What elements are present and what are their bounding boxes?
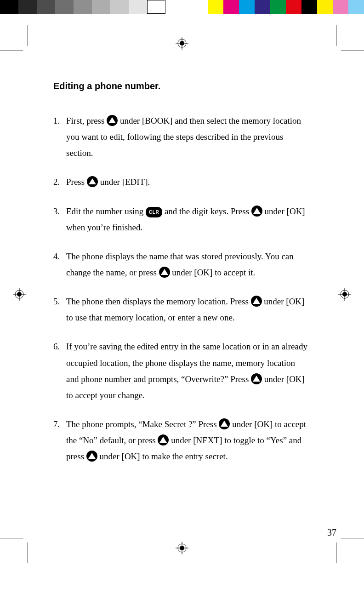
crop-mark (28, 543, 28, 563)
step-number: 1. (53, 113, 60, 129)
crop-mark (341, 538, 364, 538)
swatch-col-0 (208, 0, 223, 14)
swatch-grey-3 (55, 0, 74, 14)
step-text: under [OK] to accept it. (170, 268, 256, 277)
swatch-grey-7 (129, 0, 147, 14)
step-text: Edit the number using (66, 206, 146, 216)
step-5: 5. The phone then displays the memory lo… (53, 293, 310, 326)
step-number: 2. (53, 174, 60, 190)
crop-mark (0, 51, 23, 51)
crop-mark (336, 25, 336, 46)
crop-mark (336, 543, 336, 563)
registration-mark-icon (338, 288, 351, 301)
step-number: 4. (53, 248, 60, 264)
step-7: 7. The phone prompts, “Make Secret ?” Pr… (53, 416, 310, 464)
step-number: 3. (53, 203, 60, 219)
section-heading: Editing a phone number. (53, 81, 310, 91)
up-key-icon (251, 373, 262, 384)
step-number: 7. (53, 416, 60, 432)
up-key-icon (158, 434, 169, 446)
step-number: 5. (53, 293, 60, 309)
crop-mark (28, 25, 28, 46)
step-text: under [EDIT]. (98, 177, 150, 187)
step-text: The phone then displays the memory locat… (66, 297, 251, 306)
step-text: under [OK] to make the entry secret. (97, 451, 228, 461)
up-key-icon (107, 115, 118, 126)
up-key-icon (251, 296, 262, 307)
step-1: 1. First, press under [BOOK] and then se… (53, 113, 310, 161)
crop-mark (341, 51, 364, 51)
registration-mark-icon (176, 37, 188, 50)
swatch-col-6 (301, 0, 317, 14)
step-text: and the digit keys. Press (162, 206, 251, 216)
page-content: Editing a phone number. 1. First, press … (53, 81, 310, 477)
up-key-icon (251, 206, 262, 217)
clr-key-icon: CLR (146, 207, 162, 218)
swatch-col-1 (223, 0, 239, 14)
step-text: The phone prompts, “Make Secret ?” Press (66, 419, 219, 429)
step-text: First, press (66, 116, 107, 126)
swatch-col-5 (286, 0, 301, 14)
swatch-col-8 (333, 0, 348, 14)
crop-mark (0, 538, 23, 538)
colour-bars (0, 0, 364, 14)
swatch-grey-2 (37, 0, 55, 14)
swatch-grey-0 (0, 0, 18, 14)
swatch-col-9 (348, 0, 364, 14)
swatch-col-4 (270, 0, 286, 14)
step-3: 3. Edit the number using CLR and the dig… (53, 203, 310, 235)
swatch-grey-5 (92, 0, 110, 14)
swatch-col-2 (239, 0, 255, 14)
swatch-col-3 (255, 0, 270, 14)
step-2: 2. Press under [EDIT]. (53, 174, 310, 190)
up-key-icon (86, 451, 97, 462)
step-number: 6. (53, 338, 60, 354)
swatch-grey-8 (147, 0, 165, 14)
swatch-grey-6 (110, 0, 129, 14)
swatch-grey-1 (18, 0, 37, 14)
up-key-icon (159, 267, 170, 278)
page-trim: Editing a phone number. 1. First, press … (28, 51, 336, 538)
registration-mark-icon (176, 542, 188, 554)
up-key-icon (219, 418, 230, 429)
step-text: Press (66, 177, 87, 187)
page-number: 37 (327, 527, 336, 538)
steps-list: 1. First, press under [BOOK] and then se… (53, 113, 310, 464)
swatch-col-7 (317, 0, 333, 14)
registration-mark-icon (13, 288, 26, 301)
swatch-grey-4 (74, 0, 92, 14)
up-key-icon (87, 176, 98, 187)
step-4: 4. The phone displays the name that was … (53, 248, 310, 280)
step-6: 6. If you’re saving the edited entry in … (53, 338, 310, 403)
